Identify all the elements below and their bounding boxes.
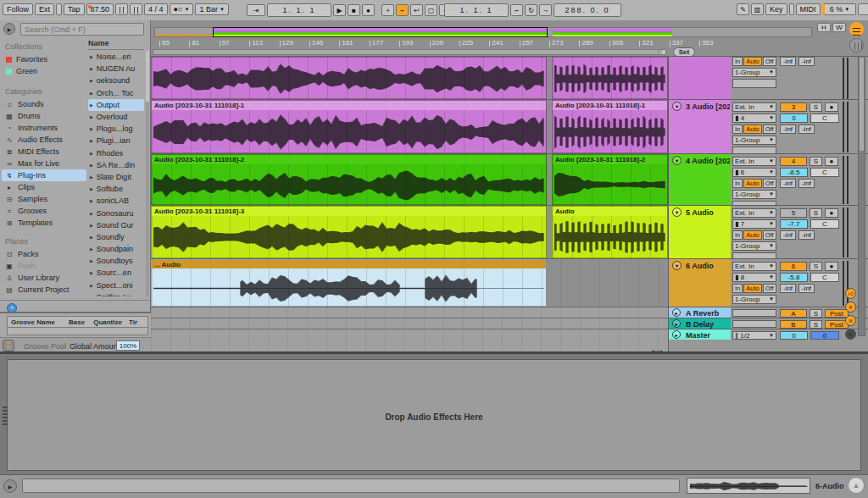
monitor-in-button[interactable]: In (732, 57, 743, 66)
pan-field[interactable]: C (810, 113, 839, 123)
sidebar-category-item[interactable]: ▦ Drums (2, 110, 86, 122)
track-activator[interactable]: 5 (780, 208, 807, 218)
arrangement-position-field[interactable]: 1. 1. 1 (267, 3, 331, 17)
plugin-item[interactable]: ▶ NUGEN Au (88, 63, 144, 75)
horizontal-scrollbar[interactable]: ◁ (153, 49, 666, 55)
input-channel-menu[interactable]: ▮ 6▼ (732, 168, 776, 177)
return-b-lane[interactable] (151, 318, 668, 329)
plugin-item[interactable]: ▶ Output (88, 99, 144, 111)
track-fold-button[interactable]: ▾ (672, 208, 682, 217)
plugin-item[interactable]: ▶ Overloud (88, 111, 144, 123)
notification-icon[interactable]: ▲ (848, 477, 865, 494)
name-column-header[interactable]: Name (88, 39, 144, 50)
quantize-header[interactable]: Quantize (93, 318, 122, 326)
sidebar-category-item[interactable]: ↯ Plug-Ins (2, 169, 86, 181)
send-b-knob[interactable]: -inf (798, 284, 815, 293)
arrangement-overview[interactable] (154, 27, 812, 37)
punch-in-button[interactable]: ⌐ (510, 4, 523, 16)
input-type-menu[interactable]: Ext. In▼ (732, 262, 776, 271)
time-signature-field[interactable]: 4 / 4 (144, 3, 168, 15)
clip-title[interactable]: Audio [2023-10-31 111018]-1 (553, 101, 667, 110)
mixer-section-toggle[interactable]: D (845, 329, 856, 340)
track-fold-button[interactable]: ▾ (672, 156, 682, 165)
clip-detail-toggle[interactable]: ▶ (3, 479, 17, 493)
monitor-in-button[interactable]: In (732, 125, 743, 134)
monitor-in-button[interactable]: In (732, 284, 743, 293)
input-type-menu[interactable]: Ext. In▼ (732, 157, 776, 166)
solo-button[interactable]: S (810, 208, 822, 218)
track-height-button[interactable]: H (817, 23, 831, 32)
track-activator[interactable]: 6 (780, 262, 807, 271)
clip-title[interactable]: Audio (553, 207, 667, 216)
pan-field[interactable]: C (810, 273, 839, 282)
solo-button[interactable]: S (810, 102, 822, 112)
sidebar-collection-item[interactable]: Favorites (2, 53, 86, 65)
pan-field[interactable]: C (810, 219, 839, 229)
group-routing-menu[interactable]: 1-Group▼ (732, 241, 776, 251)
track-lane-4[interactable]: Audio [2023-10-31 111018]-2 Audio [2023-… (151, 153, 668, 205)
arm-button[interactable]: ● (825, 157, 838, 166)
loop-button[interactable]: ↻ (525, 4, 537, 16)
input-channel-menu[interactable]: ▮ 7▼ (732, 219, 776, 229)
key-map-button[interactable]: Key (765, 3, 787, 15)
plugin-item[interactable]: ▶ Sound Gur (88, 219, 144, 231)
track-name-block[interactable] (669, 57, 731, 99)
monitor-off-button[interactable]: Off (763, 284, 776, 293)
track-header-5[interactable]: ▾ 5 Audio Ext. In▼ ▮ 7▼ In Auto Off 1-Gr… (669, 205, 868, 258)
re-enable-automation-button[interactable]: ↩ (410, 4, 423, 16)
loop-start-field[interactable]: 1. 1. 1 (444, 3, 509, 17)
monitor-off-button[interactable]: Off (763, 125, 776, 134)
vertical-scrollbar[interactable] (858, 56, 865, 336)
monitor-switch[interactable]: In Auto Off (732, 230, 776, 240)
plugin-item[interactable]: ▶ Sonosauru (88, 207, 144, 219)
plugin-item[interactable]: ▶ Orch... Toc (88, 87, 144, 99)
sidebar-category-item[interactable]: ∿ Audio Effects (2, 134, 86, 146)
clip-title[interactable]: Audio [2023-10-31 111018]-1 (152, 101, 546, 110)
return-a-header[interactable]: ▸ A Reverb A S Post (669, 307, 868, 318)
master-header[interactable]: ▸ Master ∥ 1/2▼ 0 0 (669, 329, 868, 340)
sidebar-place-item[interactable]: ♙ User Library (2, 272, 86, 284)
sidebar-category-item[interactable]: ♫ Sounds (2, 98, 86, 110)
arm-button[interactable]: ● (825, 262, 838, 271)
return-b-header[interactable]: ▸ B Delay B S Post (669, 318, 868, 329)
track-fold-button[interactable]: ▾ (672, 261, 682, 270)
track-name-block[interactable]: ▸ B Delay (669, 318, 731, 329)
monitor-off-button[interactable]: Off (763, 57, 776, 66)
monitor-auto-button[interactable]: Auto (743, 125, 761, 134)
plugin-item[interactable]: ▶ Noise...eri (88, 51, 144, 63)
clip-overview[interactable] (687, 478, 810, 494)
audio-clip[interactable]: Audio [2023-10-31 111018]-2 (552, 154, 668, 205)
audio-clip[interactable] (151, 57, 547, 99)
return-a-lane[interactable] (151, 307, 668, 318)
monitor-switch[interactable]: In Auto Off (732, 57, 776, 66)
audio-clip[interactable]: Audio [2023-10-31 111018]-3 (151, 206, 547, 258)
group-routing-menu[interactable]: 1-Group▼ (732, 190, 776, 199)
search-input[interactable] (20, 23, 144, 36)
sidebar-category-item[interactable]: ∞ Max for Live (2, 158, 86, 169)
cpu-load-meter[interactable]: 6 %▼ (822, 3, 856, 15)
audio-clip[interactable]: Audio (552, 206, 668, 258)
send-b-knob[interactable]: -inf (798, 179, 815, 188)
plugin-item[interactable]: ▶ Plogu...log (88, 123, 144, 135)
sidebar-category-item[interactable]: ◔ Instruments (2, 122, 86, 134)
master-volume-field[interactable]: 0 (810, 331, 839, 340)
track-fold-button[interactable]: ▸ (672, 319, 681, 328)
track-name-block[interactable]: ▸ Master (669, 329, 731, 340)
sidebar-category-item[interactable]: ⊟ Samples (2, 193, 86, 205)
monitor-auto-button[interactable]: Auto (743, 284, 761, 293)
sidebar-place-item[interactable]: ▤ Current Project (2, 284, 86, 296)
track-name-block[interactable]: ▾ 5 Audio (669, 206, 731, 258)
browser-collapse-button[interactable]: ▶ (3, 23, 15, 35)
plugin-item[interactable]: ▶ sonicLAB (88, 195, 144, 207)
return-activator[interactable]: B (780, 320, 807, 329)
monitor-auto-button[interactable]: Auto (743, 230, 761, 240)
solo-button[interactable]: S (810, 320, 822, 329)
plugin-item[interactable]: ▶ SA Re...din (88, 159, 144, 171)
send-b-knob[interactable]: -inf (798, 125, 815, 134)
track-lane-3[interactable]: Audio [2023-10-31 111018]-1 Audio [2023-… (151, 99, 668, 153)
send-b-knob[interactable]: -inf (798, 230, 815, 240)
send-a-knob[interactable]: -inf (780, 179, 796, 188)
quantization-menu[interactable]: 1 Bar▼ (195, 3, 228, 15)
group-routing-menu[interactable]: 1-Group▼ (732, 68, 776, 77)
mixer-section-toggle[interactable]: R (845, 302, 856, 313)
